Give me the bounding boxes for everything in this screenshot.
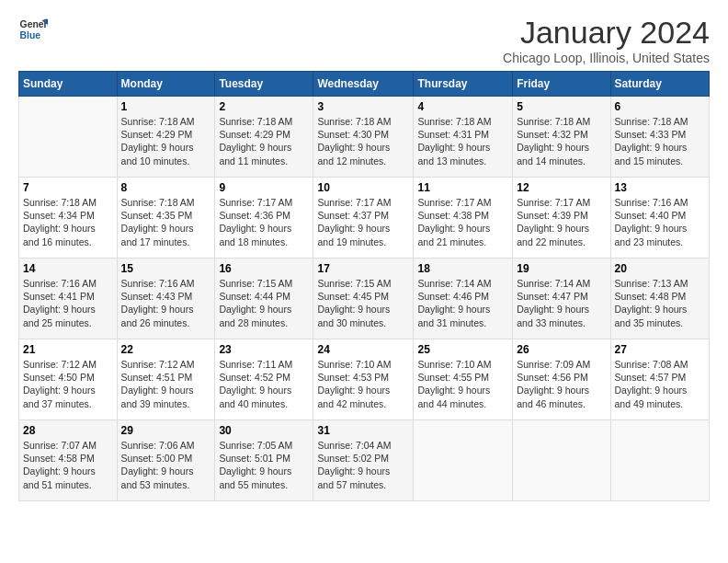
day-cell: 27Sunrise: 7:08 AM Sunset: 4:57 PM Dayli… <box>610 339 709 420</box>
day-cell: 17Sunrise: 7:15 AM Sunset: 4:45 PM Dayli… <box>313 259 414 339</box>
header-friday: Friday <box>513 72 610 97</box>
day-info: Sunrise: 7:05 AM Sunset: 5:01 PM Dayligh… <box>219 439 309 491</box>
day-cell: 18Sunrise: 7:14 AM Sunset: 4:46 PM Dayli… <box>414 259 513 339</box>
day-cell: 28Sunrise: 7:07 AM Sunset: 4:58 PM Dayli… <box>19 420 118 501</box>
day-number: 29 <box>121 424 211 437</box>
week-row-1: 1Sunrise: 7:18 AM Sunset: 4:29 PM Daylig… <box>19 97 710 178</box>
day-info: Sunrise: 7:18 AM Sunset: 4:29 PM Dayligh… <box>121 115 211 167</box>
week-row-2: 7Sunrise: 7:18 AM Sunset: 4:34 PM Daylig… <box>19 178 710 259</box>
logo-icon: General Blue <box>18 15 48 44</box>
day-cell: 7Sunrise: 7:18 AM Sunset: 4:34 PM Daylig… <box>19 178 118 259</box>
day-info: Sunrise: 7:10 AM Sunset: 4:53 PM Dayligh… <box>317 358 409 410</box>
day-number: 15 <box>121 262 211 275</box>
day-cell: 10Sunrise: 7:17 AM Sunset: 4:37 PM Dayli… <box>313 178 414 259</box>
day-info: Sunrise: 7:17 AM Sunset: 4:37 PM Dayligh… <box>317 196 409 248</box>
title-block: January 2024 Chicago Loop, Illinois, Uni… <box>503 15 710 65</box>
day-number: 17 <box>317 262 409 275</box>
header-sunday: Sunday <box>19 72 118 97</box>
day-info: Sunrise: 7:18 AM Sunset: 4:30 PM Dayligh… <box>317 115 409 167</box>
day-number: 4 <box>417 100 508 113</box>
day-number: 12 <box>517 181 606 194</box>
day-info: Sunrise: 7:16 AM Sunset: 4:40 PM Dayligh… <box>615 196 705 248</box>
day-number: 18 <box>417 262 508 275</box>
day-number: 10 <box>317 181 409 194</box>
day-number: 22 <box>121 343 211 356</box>
day-number: 19 <box>517 262 606 275</box>
week-row-3: 14Sunrise: 7:16 AM Sunset: 4:41 PM Dayli… <box>19 259 710 339</box>
day-info: Sunrise: 7:15 AM Sunset: 4:45 PM Dayligh… <box>317 277 409 329</box>
day-cell: 24Sunrise: 7:10 AM Sunset: 4:53 PM Dayli… <box>313 339 414 420</box>
day-cell: 2Sunrise: 7:18 AM Sunset: 4:29 PM Daylig… <box>215 97 313 178</box>
day-number: 25 <box>417 343 508 356</box>
day-cell: 9Sunrise: 7:17 AM Sunset: 4:36 PM Daylig… <box>215 178 313 259</box>
day-cell: 14Sunrise: 7:16 AM Sunset: 4:41 PM Dayli… <box>19 259 118 339</box>
calendar-table: SundayMondayTuesdayWednesdayThursdayFrid… <box>18 71 710 501</box>
day-info: Sunrise: 7:14 AM Sunset: 4:47 PM Dayligh… <box>517 277 606 329</box>
day-number: 8 <box>121 181 211 194</box>
day-cell: 3Sunrise: 7:18 AM Sunset: 4:30 PM Daylig… <box>313 97 414 178</box>
day-cell <box>414 420 513 501</box>
day-number: 7 <box>23 181 113 194</box>
day-number: 3 <box>317 100 409 113</box>
header-monday: Monday <box>117 72 215 97</box>
day-number: 6 <box>615 100 705 113</box>
day-number: 24 <box>317 343 409 356</box>
day-info: Sunrise: 7:18 AM Sunset: 4:34 PM Dayligh… <box>23 196 113 248</box>
day-number: 30 <box>219 424 309 437</box>
day-info: Sunrise: 7:17 AM Sunset: 4:39 PM Dayligh… <box>517 196 606 248</box>
day-cell: 31Sunrise: 7:04 AM Sunset: 5:02 PM Dayli… <box>313 420 414 501</box>
day-number: 26 <box>517 343 606 356</box>
day-cell: 8Sunrise: 7:18 AM Sunset: 4:35 PM Daylig… <box>117 178 215 259</box>
day-cell <box>610 420 709 501</box>
day-info: Sunrise: 7:07 AM Sunset: 4:58 PM Dayligh… <box>23 439 113 491</box>
day-cell: 13Sunrise: 7:16 AM Sunset: 4:40 PM Dayli… <box>610 178 709 259</box>
main-title: January 2024 <box>503 15 710 51</box>
day-info: Sunrise: 7:17 AM Sunset: 4:38 PM Dayligh… <box>417 196 508 248</box>
header-tuesday: Tuesday <box>215 72 313 97</box>
subtitle: Chicago Loop, Illinois, United States <box>503 51 710 65</box>
day-number: 5 <box>517 100 606 113</box>
day-cell: 16Sunrise: 7:15 AM Sunset: 4:44 PM Dayli… <box>215 259 313 339</box>
day-number: 14 <box>23 262 113 275</box>
day-info: Sunrise: 7:18 AM Sunset: 4:31 PM Dayligh… <box>417 115 508 167</box>
week-row-4: 21Sunrise: 7:12 AM Sunset: 4:50 PM Dayli… <box>19 339 710 420</box>
day-cell: 1Sunrise: 7:18 AM Sunset: 4:29 PM Daylig… <box>117 97 215 178</box>
day-cell <box>513 420 610 501</box>
day-number: 9 <box>219 181 309 194</box>
day-info: Sunrise: 7:14 AM Sunset: 4:46 PM Dayligh… <box>417 277 508 329</box>
day-info: Sunrise: 7:09 AM Sunset: 4:56 PM Dayligh… <box>517 358 606 410</box>
day-info: Sunrise: 7:15 AM Sunset: 4:44 PM Dayligh… <box>219 277 309 329</box>
day-cell: 11Sunrise: 7:17 AM Sunset: 4:38 PM Dayli… <box>414 178 513 259</box>
day-number: 2 <box>219 100 309 113</box>
day-cell: 12Sunrise: 7:17 AM Sunset: 4:39 PM Dayli… <box>513 178 610 259</box>
day-cell: 22Sunrise: 7:12 AM Sunset: 4:51 PM Dayli… <box>117 339 215 420</box>
day-number: 20 <box>615 262 705 275</box>
day-info: Sunrise: 7:16 AM Sunset: 4:41 PM Dayligh… <box>23 277 113 329</box>
day-info: Sunrise: 7:17 AM Sunset: 4:36 PM Dayligh… <box>219 196 309 248</box>
svg-text:Blue: Blue <box>20 30 41 40</box>
day-cell: 4Sunrise: 7:18 AM Sunset: 4:31 PM Daylig… <box>414 97 513 178</box>
day-cell <box>19 97 118 178</box>
day-cell: 26Sunrise: 7:09 AM Sunset: 4:56 PM Dayli… <box>513 339 610 420</box>
day-number: 31 <box>317 424 409 437</box>
day-cell: 15Sunrise: 7:16 AM Sunset: 4:43 PM Dayli… <box>117 259 215 339</box>
header-saturday: Saturday <box>610 72 709 97</box>
day-number: 11 <box>417 181 508 194</box>
day-number: 13 <box>615 181 705 194</box>
day-number: 1 <box>121 100 211 113</box>
day-info: Sunrise: 7:18 AM Sunset: 4:29 PM Dayligh… <box>219 115 309 167</box>
day-info: Sunrise: 7:06 AM Sunset: 5:00 PM Dayligh… <box>121 439 211 491</box>
day-number: 28 <box>23 424 113 437</box>
day-cell: 19Sunrise: 7:14 AM Sunset: 4:47 PM Dayli… <box>513 259 610 339</box>
calendar-header-row: SundayMondayTuesdayWednesdayThursdayFrid… <box>19 72 710 97</box>
day-info: Sunrise: 7:13 AM Sunset: 4:48 PM Dayligh… <box>615 277 705 329</box>
day-info: Sunrise: 7:16 AM Sunset: 4:43 PM Dayligh… <box>121 277 211 329</box>
day-info: Sunrise: 7:11 AM Sunset: 4:52 PM Dayligh… <box>219 358 309 410</box>
day-info: Sunrise: 7:08 AM Sunset: 4:57 PM Dayligh… <box>615 358 705 410</box>
day-number: 16 <box>219 262 309 275</box>
day-cell: 20Sunrise: 7:13 AM Sunset: 4:48 PM Dayli… <box>610 259 709 339</box>
logo: General Blue <box>18 15 48 44</box>
header-thursday: Thursday <box>414 72 513 97</box>
day-number: 23 <box>219 343 309 356</box>
day-cell: 23Sunrise: 7:11 AM Sunset: 4:52 PM Dayli… <box>215 339 313 420</box>
